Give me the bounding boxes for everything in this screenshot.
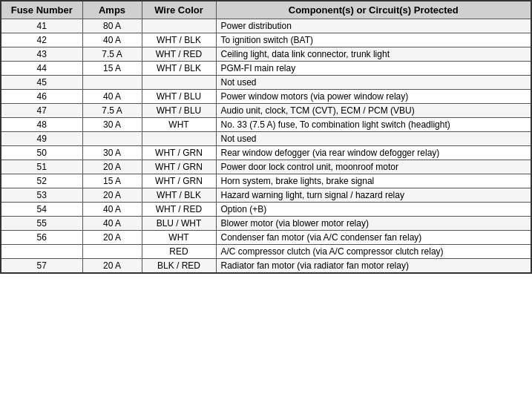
fuse-component: Rear window defogger (via rear window de… — [216, 146, 531, 160]
fuse-number: 47 — [1, 104, 82, 118]
header-component: Component(s) or Circuit(s) Protected — [216, 1, 531, 19]
fuse-component: No. 33 (7.5 A) fuse, To combination ligh… — [216, 118, 531, 132]
fuse-amps: 40 A — [82, 203, 142, 217]
header-fuse: Fuse Number — [1, 1, 82, 19]
fuse-amps: 40 A — [82, 33, 142, 47]
fuse-number: 48 — [1, 118, 82, 132]
fuse-component: Option (+B) — [216, 203, 531, 217]
fuse-number: 51 — [1, 160, 82, 174]
fuse-wire-color: WHT / BLK — [142, 33, 216, 47]
table-row: 5720 ABLK / REDRadiator fan motor (via r… — [1, 259, 531, 274]
fuse-wire-color — [142, 76, 216, 90]
table-row: 5440 AWHT / REDOption (+B) — [1, 203, 531, 217]
fuse-wire-color: WHT / BLU — [142, 90, 216, 104]
fuse-component: Hazard warning light, turn signal / haza… — [216, 188, 531, 203]
fuse-component: Audio unit, clock, TCM (CVT), ECM / PCM … — [216, 104, 531, 118]
fuse-amps — [82, 245, 142, 259]
table-row: 4180 APower distribution — [1, 19, 531, 33]
fuse-number: 43 — [1, 47, 82, 62]
fuse-component: Not used — [216, 76, 531, 90]
fuse-component: To ignition switch (BAT) — [216, 33, 531, 47]
fuse-amps: 30 A — [82, 146, 142, 160]
table-row: 5030 AWHT / GRNRear window defogger (via… — [1, 146, 531, 160]
fuse-amps: 30 A — [82, 118, 142, 132]
fuse-component: Horn system, brake lights, brake signal — [216, 174, 531, 188]
fuse-number: 45 — [1, 76, 82, 90]
table-row: 5120 AWHT / GRNPower door lock control u… — [1, 160, 531, 174]
fuse-number: 55 — [1, 217, 82, 231]
fuse-amps: 15 A — [82, 174, 142, 188]
fuse-number: 50 — [1, 146, 82, 160]
fuse-component: Condenser fan motor (via A/C condenser f… — [216, 231, 531, 245]
fuse-wire-color — [142, 19, 216, 33]
table-row: 4830 AWHTNo. 33 (7.5 A) fuse, To combina… — [1, 118, 531, 132]
fuse-number — [1, 245, 82, 259]
table-row: 5320 AWHT / BLKHazard warning light, tur… — [1, 188, 531, 203]
fuse-amps: 20 A — [82, 231, 142, 245]
fuse-amps: 20 A — [82, 160, 142, 174]
fuse-wire-color: WHT / BLK — [142, 188, 216, 203]
table-row: 4640 AWHT / BLUPower window motors (via … — [1, 90, 531, 104]
header-wire: Wire Color — [142, 1, 216, 19]
fuse-wire-color: WHT / BLU — [142, 104, 216, 118]
fuse-amps — [82, 132, 142, 146]
fuse-wire-color: BLK / RED — [142, 259, 216, 274]
table-row: 45Not used — [1, 76, 531, 90]
table-row: REDA/C compressor clutch (via A/C compre… — [1, 245, 531, 259]
fuse-amps: 7.5 A — [82, 104, 142, 118]
fuse-wire-color: WHT / BLK — [142, 62, 216, 76]
fuse-wire-color: BLU / WHT — [142, 217, 216, 231]
table-row: 477.5 AWHT / BLUAudio unit, clock, TCM (… — [1, 104, 531, 118]
fuse-number: 44 — [1, 62, 82, 76]
table-row: 49Not used — [1, 132, 531, 146]
fuse-amps: 80 A — [82, 19, 142, 33]
fuse-amps: 7.5 A — [82, 47, 142, 62]
fuse-component: Blower motor (via blower motor relay) — [216, 217, 531, 231]
fuse-amps: 40 A — [82, 90, 142, 104]
fuse-amps: 15 A — [82, 62, 142, 76]
fuse-number: 46 — [1, 90, 82, 104]
table-row: 5620 AWHTCondenser fan motor (via A/C co… — [1, 231, 531, 245]
table-row: 437.5 AWHT / REDCeiling light, data link… — [1, 47, 531, 62]
fuse-wire-color: WHT — [142, 231, 216, 245]
fuse-number: 56 — [1, 231, 82, 245]
fuse-number: 54 — [1, 203, 82, 217]
fuse-component: Radiator fan motor (via radiator fan mot… — [216, 259, 531, 274]
fuse-number: 52 — [1, 174, 82, 188]
fuse-amps: 40 A — [82, 217, 142, 231]
fuse-component: Ceiling light, data link connector, trun… — [216, 47, 531, 62]
fuse-component: Not used — [216, 132, 531, 146]
fuse-number: 41 — [1, 19, 82, 33]
fuse-table: Fuse Number Amps Wire Color Component(s)… — [0, 0, 532, 274]
fuse-wire-color — [142, 132, 216, 146]
fuse-number: 57 — [1, 259, 82, 274]
fuse-wire-color: WHT / GRN — [142, 146, 216, 160]
fuse-number: 42 — [1, 33, 82, 47]
fuse-wire-color: WHT / RED — [142, 47, 216, 62]
fuse-component: Power door lock control unit, moonroof m… — [216, 160, 531, 174]
fuse-component: Power window motors (via power window re… — [216, 90, 531, 104]
fuse-wire-color: WHT / GRN — [142, 160, 216, 174]
fuse-amps: 20 A — [82, 259, 142, 274]
fuse-number: 53 — [1, 188, 82, 203]
fuse-amps: 20 A — [82, 188, 142, 203]
fuse-component: Power distribution — [216, 19, 531, 33]
fuse-wire-color: WHT — [142, 118, 216, 132]
header-amps: Amps — [82, 1, 142, 19]
fuse-number: 49 — [1, 132, 82, 146]
table-row: 5540 ABLU / WHTBlower motor (via blower … — [1, 217, 531, 231]
table-row: 4240 AWHT / BLKTo ignition switch (BAT) — [1, 33, 531, 47]
fuse-wire-color: RED — [142, 245, 216, 259]
table-row: 4415 AWHT / BLKPGM-FI main relay — [1, 62, 531, 76]
fuse-component: A/C compressor clutch (via A/C compresso… — [216, 245, 531, 259]
fuse-component: PGM-FI main relay — [216, 62, 531, 76]
table-row: 5215 AWHT / GRNHorn system, brake lights… — [1, 174, 531, 188]
fuse-wire-color: WHT / GRN — [142, 174, 216, 188]
fuse-amps — [82, 76, 142, 90]
fuse-wire-color: WHT / RED — [142, 203, 216, 217]
